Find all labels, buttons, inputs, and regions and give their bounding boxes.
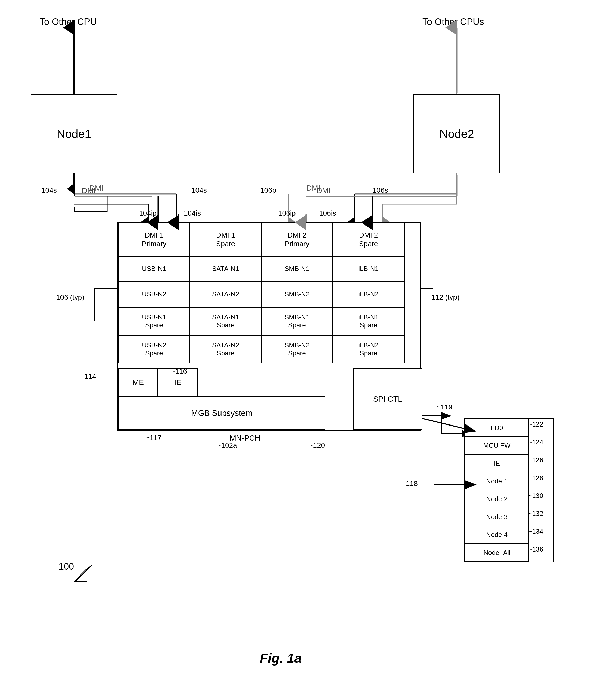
ilb-n1-spare-cell: iLB-N1Spare: [333, 307, 404, 335]
diagram: To Other CPU To Other CPUs Node1 Node2 1…: [0, 0, 589, 700]
ref-128: ~128: [528, 474, 543, 482]
node1-box: Node1: [31, 94, 118, 174]
node-all-fd-cell: Node_All: [465, 544, 529, 562]
ilb-n2-spare-cell: iLB-N2Spare: [333, 335, 404, 363]
usb-n2-cell: USB-N2: [119, 282, 190, 307]
left-side-label: 106 (typ): [56, 293, 84, 301]
smb-n1-spare-cell: SMB-N1Spare: [261, 307, 333, 335]
dmi2-spare-cell: DMI 2Spare: [333, 223, 404, 256]
usb-n2-spare-cell: USB-N2Spare: [119, 335, 190, 363]
dmi-label-right: DMI: [306, 184, 320, 192]
sata-n2-spare-cell: SATA-N2Spare: [190, 335, 261, 363]
node1-label: Node1: [57, 127, 91, 141]
node4-fd-cell: Node 4: [465, 526, 529, 544]
dmi2-primary-cell: DMI 2Primary: [261, 223, 333, 256]
dmi1-primary-cell: DMI 1Primary: [119, 223, 190, 256]
smb-n2-spare-cell: SMB-N2Spare: [261, 335, 333, 363]
right-side-label: 112 (typ): [431, 293, 460, 301]
fd0-cell: FD0: [465, 419, 529, 437]
ref-106is: 106is: [319, 209, 336, 217]
ref-106ip: 106ip: [278, 209, 296, 217]
ref-104s-right: 104s: [191, 186, 207, 194]
node3-fd-cell: Node 3: [465, 508, 529, 526]
ref-100: 100: [59, 561, 74, 572]
svg-line-23: [74, 566, 89, 581]
node2-label: Node2: [439, 127, 474, 141]
ref-124: ~124: [528, 438, 543, 446]
ref-134: ~134: [528, 527, 543, 535]
ref-119: ~119: [436, 403, 452, 411]
ref-122: ~122: [528, 420, 543, 428]
sata-n2-cell: SATA-N2: [190, 282, 261, 307]
ref-118: 118: [406, 480, 418, 488]
figure-caption: Fig. 1a: [204, 651, 357, 666]
ref-116: ~116: [171, 367, 187, 376]
pch-label: MN-PCH: [230, 434, 260, 442]
dmi1-spare-cell: DMI 1Spare: [190, 223, 261, 256]
to-other-cpu-label: To Other CPU: [39, 17, 97, 27]
ref-104is: 104is: [184, 209, 201, 217]
svg-line-45: [422, 418, 464, 429]
ilb-n2-cell: iLB-N2: [333, 282, 404, 307]
svg-line-47: [75, 565, 92, 581]
ref-102a: ~102a: [217, 441, 237, 450]
ref-117: ~117: [146, 434, 162, 442]
ref-130: ~130: [528, 492, 543, 500]
ref-104ip: 104ip: [139, 209, 157, 217]
ref-106s-right: 106s: [373, 186, 388, 194]
smb-n2-cell: SMB-N2: [261, 282, 333, 307]
ref-106s-left: 106p: [260, 186, 276, 194]
ilb-n1-cell: iLB-N1: [333, 256, 404, 282]
me-cell: ME: [119, 369, 158, 397]
usb-n1-cell: USB-N1: [119, 256, 190, 282]
spi-ctl-cell: SPI CTL: [353, 369, 422, 430]
mcufw-cell: MCU FW: [465, 437, 529, 455]
ref-136: ~136: [528, 545, 543, 553]
to-other-cpus-label: To Other CPUs: [422, 17, 484, 27]
dmi-label-left: DMI: [89, 184, 104, 192]
sata-n1-cell: SATA-N1: [190, 256, 261, 282]
usb-n1-spare-cell: USB-N1Spare: [119, 307, 190, 335]
node1-fd-cell: Node 1: [465, 472, 529, 490]
node2-fd-cell: Node 2: [465, 490, 529, 508]
ref-114: 114: [84, 373, 96, 381]
smb-n1-cell: SMB-N1: [261, 256, 333, 282]
ref-104s-left: 104s: [41, 186, 57, 194]
ref-132: ~132: [528, 510, 543, 518]
sata-n1-spare-cell: SATA-N1Spare: [190, 307, 261, 335]
ref-120: ~120: [309, 441, 325, 450]
node2-box: Node2: [413, 94, 500, 174]
pch-box: DMI 1Primary DMI 1Spare DMI 2Primary DMI…: [118, 222, 421, 431]
ref-126: ~126: [528, 456, 543, 464]
mgb-subsystem-cell: MGB Subsystem: [119, 397, 325, 430]
fd-ie-cell: IE: [465, 455, 529, 472]
